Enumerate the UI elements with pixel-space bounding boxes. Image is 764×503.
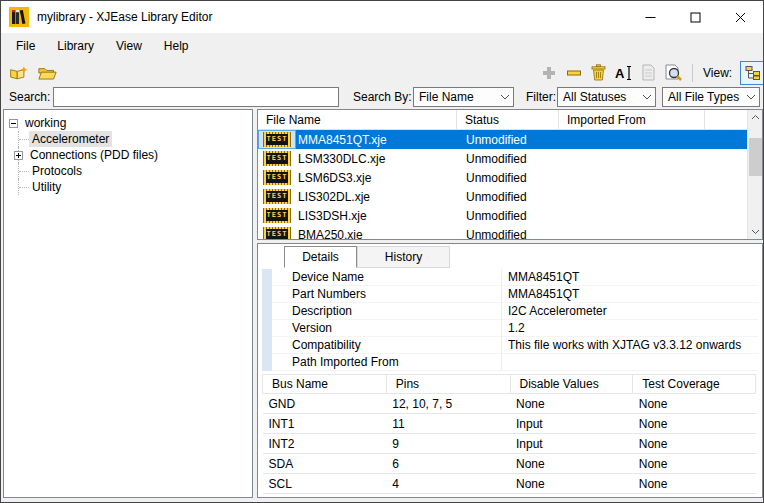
tree-node-connections[interactable]: Connections (PDD files) — [18, 147, 252, 163]
vertical-scrollbar[interactable] — [747, 110, 762, 239]
test-chip-icon: TEST — [263, 189, 291, 204]
column-header-status[interactable]: Status — [457, 110, 559, 129]
tree-node-working[interactable]: working — [9, 115, 252, 131]
column-header-test-coverage[interactable]: Test Coverage — [633, 375, 756, 394]
svg-text:A: A — [615, 66, 625, 81]
menu-view[interactable]: View — [105, 34, 153, 58]
property-row: Part Numbers MMA8451QT — [262, 286, 758, 303]
file-list-panel: File Name Status Imported From TEST MMA8… — [257, 109, 763, 240]
add-icon[interactable] — [539, 62, 558, 84]
menu-bar: File Library View Help — [1, 33, 763, 59]
close-button[interactable] — [718, 1, 763, 33]
tab-history[interactable]: History — [357, 246, 450, 268]
table-row[interactable]: TEST MMA8451QT.xje Unmodified — [258, 130, 747, 149]
scroll-up-button[interactable] — [748, 110, 763, 125]
toolbar-separator — [692, 64, 693, 82]
scrollbar-thumb[interactable] — [749, 138, 762, 176]
menu-help[interactable]: Help — [153, 34, 200, 58]
window-controls — [628, 1, 763, 33]
bus-table-header: Bus Name Pins Disable Values Test Covera… — [263, 375, 756, 394]
table-row[interactable]: TEST BMA250.xje Unmodified — [258, 225, 747, 240]
column-header-pins[interactable]: Pins — [386, 375, 510, 394]
table-row[interactable]: INT2 9 Input None — [263, 434, 756, 454]
test-chip-icon: TEST — [263, 208, 291, 223]
status-filter-select[interactable]: All Statuses — [557, 87, 656, 107]
bus-table: Bus Name Pins Disable Values Test Covera… — [262, 374, 756, 494]
table-row[interactable]: TEST LIS3DSH.xje Unmodified — [258, 206, 747, 225]
toolbar: A View: — [1, 59, 763, 86]
property-row: Device Name MMA8451QT — [262, 269, 758, 286]
search-label: Search: — [9, 90, 50, 104]
property-row: Version 1.2 — [262, 320, 758, 337]
table-row[interactable]: SDA 6 None None — [263, 454, 756, 474]
rename-icon[interactable]: A — [614, 62, 633, 84]
search-row: Search: Search By: File Name Filter: All… — [1, 86, 763, 109]
app-icon — [9, 7, 29, 27]
collapse-icon[interactable] — [9, 119, 18, 128]
tree-node-utility[interactable]: Utility — [18, 179, 252, 195]
properties-icon[interactable] — [639, 62, 658, 84]
details-tabs: Details History — [284, 246, 450, 268]
open-library-icon[interactable] — [38, 62, 57, 84]
column-header-disable-values[interactable]: Disable Values — [510, 375, 633, 394]
application-window: mylibrary - XJEase Library Editor File L… — [0, 0, 764, 503]
chevron-down-icon — [639, 94, 655, 100]
test-chip-icon: TEST — [263, 170, 291, 185]
tree-view-icon — [745, 66, 760, 80]
remove-icon[interactable] — [564, 62, 583, 84]
view-label: View: — [703, 66, 732, 80]
property-row: Compatibility This file works with XJTAG… — [262, 337, 758, 354]
search-input[interactable] — [53, 87, 339, 107]
tree-node-protocols[interactable]: Protocols — [18, 163, 252, 179]
file-type-filter-select[interactable]: All File Types — [662, 87, 760, 107]
file-list-header: File Name Status Imported From — [258, 110, 762, 130]
maximize-button[interactable] — [673, 1, 718, 33]
tab-details[interactable]: Details — [284, 246, 357, 268]
property-row: Description I2C Accelerometer — [262, 303, 758, 320]
search-by-label: Search By: — [353, 90, 412, 104]
column-header-file-name[interactable]: File Name — [258, 110, 457, 129]
property-row: Path Imported From — [262, 354, 758, 371]
menu-library[interactable]: Library — [46, 34, 105, 58]
table-row[interactable]: TEST LSM330DLC.xje Unmodified — [258, 149, 747, 168]
chevron-down-icon — [743, 94, 759, 100]
delete-icon[interactable] — [589, 62, 608, 84]
test-chip-icon: TEST — [263, 227, 291, 240]
window-title: mylibrary - XJEase Library Editor — [37, 10, 212, 24]
minimize-button[interactable] — [628, 1, 673, 33]
preview-icon[interactable] — [664, 62, 683, 84]
chevron-down-icon — [497, 94, 513, 100]
table-row[interactable]: GND 12, 10, 7, 5 None None — [263, 394, 756, 414]
device-properties: Device Name MMA8451QT Part Numbers MMA84… — [262, 269, 758, 371]
filter-label: Filter: — [526, 90, 556, 104]
tree-node-accelerometer[interactable]: Accelerometer — [18, 131, 252, 147]
table-row[interactable]: SCL 4 None None — [263, 474, 756, 494]
table-row[interactable]: TEST LIS302DL.xje Unmodified — [258, 187, 747, 206]
column-header-imported-from[interactable]: Imported From — [559, 110, 705, 129]
new-library-icon[interactable] — [9, 62, 28, 84]
scroll-down-button[interactable] — [748, 224, 763, 239]
title-bar: mylibrary - XJEase Library Editor — [1, 1, 763, 33]
test-chip-icon: TEST — [263, 151, 291, 166]
tree-view-button[interactable] — [740, 61, 764, 85]
expand-icon[interactable] — [14, 151, 23, 160]
column-header-bus-name[interactable]: Bus Name — [263, 375, 387, 394]
search-by-select[interactable]: File Name — [413, 87, 514, 107]
test-chip-icon: TEST — [263, 132, 291, 147]
details-panel: Details History Device Name MMA8451QT Pa… — [257, 243, 763, 498]
menu-file[interactable]: File — [5, 34, 46, 58]
table-row[interactable]: TEST LSM6DS3.xje Unmodified — [258, 168, 747, 187]
table-row[interactable]: INT1 11 Input None — [263, 414, 756, 434]
library-tree-panel: working Accelerometer Connections (PDD f… — [3, 109, 253, 498]
